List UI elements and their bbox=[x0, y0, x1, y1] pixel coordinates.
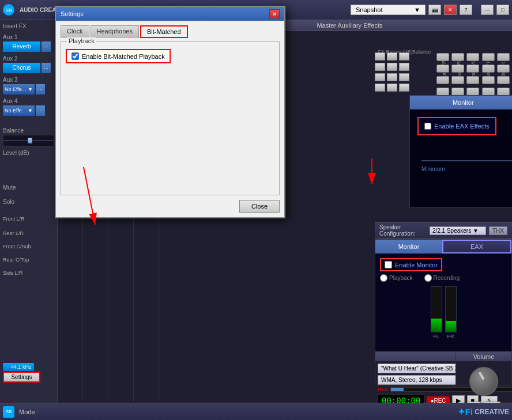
knob-4-5[interactable] bbox=[497, 88, 510, 96]
knob-4-3[interactable] bbox=[466, 88, 479, 96]
playback-group-spacer bbox=[66, 63, 274, 190]
aux1-mute-knob[interactable] bbox=[399, 52, 409, 60]
eax-min-label: Minimum bbox=[421, 166, 445, 172]
dialog-title: Settings bbox=[61, 10, 84, 17]
aux4-dots-btn[interactable]: ··· bbox=[36, 105, 45, 116]
aux3-balance-knob[interactable] bbox=[387, 73, 397, 81]
enable-bit-matched-checkbox[interactable] bbox=[71, 52, 79, 60]
knob-1-2[interactable] bbox=[451, 53, 464, 61]
creative-label: CREATIVE bbox=[475, 408, 509, 416]
thx-button[interactable]: THX bbox=[489, 226, 507, 235]
fr-label: FR bbox=[447, 334, 454, 339]
monitor-lower-eax-tab[interactable]: EAX bbox=[442, 240, 511, 253]
monitor-lower: Monitor EAX Enable Monitor Playback bbox=[375, 239, 512, 351]
eax-upper-monitor-tab[interactable]: Monitor bbox=[410, 96, 512, 109]
fx-knob-grid bbox=[435, 52, 512, 99]
dialog-titlebar: Settings ✕ bbox=[56, 7, 284, 21]
playback-radio[interactable] bbox=[380, 274, 387, 282]
aux2-effect-btn[interactable]: Chorus bbox=[3, 63, 40, 73]
creative-logo-area: ✦Fi CREATIVE bbox=[458, 407, 509, 417]
aux1-effect-btn[interactable]: Reverb bbox=[3, 41, 40, 52]
knob-2-1[interactable] bbox=[436, 65, 449, 73]
aux1-dots-btn[interactable]: ··· bbox=[42, 41, 51, 52]
volume-section: Volume − 🔇 bbox=[455, 351, 512, 385]
monitor-radio-group: Playback Recording bbox=[380, 274, 507, 282]
speaker-config-dropdown[interactable]: 2/2.1 Speakers ▼ bbox=[430, 226, 486, 235]
speaker-config-value: 2/2.1 Speakers bbox=[432, 228, 471, 234]
knob-4-1[interactable] bbox=[436, 88, 449, 96]
aux3-dots-btn[interactable]: ··· bbox=[36, 84, 45, 94]
aux3-section: Aux 3 No Effe... ▼ ··· bbox=[0, 75, 57, 96]
knob-3-1[interactable] bbox=[436, 76, 449, 84]
aux3-mute-knob[interactable] bbox=[399, 73, 409, 81]
xfi-icon: ✦Fi bbox=[458, 407, 473, 417]
aux4-balance-knob[interactable] bbox=[387, 84, 397, 92]
dialog-tab-headphones[interactable]: Headphones bbox=[91, 25, 139, 38]
enable-monitor-checkbox[interactable] bbox=[385, 261, 392, 268]
knob-3-4[interactable] bbox=[482, 76, 495, 84]
aux2-balance-knob[interactable] bbox=[387, 63, 397, 71]
maximize-btn[interactable]: □ bbox=[496, 5, 509, 15]
snapshot-label: Snapshot bbox=[356, 6, 382, 13]
volume-header: Volume bbox=[456, 352, 511, 361]
recording-radio[interactable] bbox=[424, 274, 432, 282]
aux3-fx-return-knob[interactable] bbox=[375, 73, 385, 81]
dialog-tab-clock[interactable]: Clock bbox=[61, 25, 89, 38]
aux3-dropdown[interactable]: No Effe... ▼ bbox=[3, 84, 35, 94]
front-lr-label: Front L/R bbox=[3, 216, 25, 222]
aux3-dropdown-label: No Effe... bbox=[5, 86, 26, 92]
rear-lr-label: Rear L/R bbox=[3, 230, 24, 236]
knob-2-5[interactable] bbox=[497, 65, 510, 73]
dialog-close-btn[interactable]: ✕ bbox=[269, 9, 280, 18]
aux1-section: Aux 1 Reverb··· bbox=[0, 32, 57, 54]
speaker-config-label: Speaker Configuration: bbox=[379, 224, 427, 237]
minimize-btn[interactable]: — bbox=[481, 5, 494, 15]
insert-fx-label: Insert FX bbox=[0, 20, 57, 32]
knob-3-2[interactable] bbox=[451, 76, 464, 84]
aux4-mute-knob[interactable] bbox=[399, 84, 409, 92]
knob-1-3[interactable] bbox=[466, 53, 479, 61]
snapshot-dropdown[interactable]: Snapshot ▼ bbox=[351, 5, 426, 15]
settings-button[interactable]: Settings bbox=[3, 372, 40, 383]
side-lr-label: Side L/R bbox=[3, 270, 23, 276]
eax-enable-checkbox[interactable] bbox=[424, 123, 431, 130]
monitor-lower-monitor-tab[interactable]: Monitor bbox=[375, 240, 442, 253]
aux2-fx-return-knob[interactable] bbox=[375, 63, 385, 71]
aux2-dots-btn[interactable]: ··· bbox=[42, 63, 51, 73]
aux4-dropdown[interactable]: No Effe... ▼ bbox=[3, 105, 35, 116]
help-btn[interactable]: ? bbox=[460, 5, 472, 15]
playback-group-title: Playback bbox=[67, 37, 96, 44]
knob-4-4[interactable] bbox=[482, 88, 495, 96]
knob-1-4[interactable] bbox=[482, 53, 495, 61]
dialog-close-button[interactable]: Close bbox=[239, 200, 280, 213]
knob-1-5[interactable] bbox=[497, 53, 510, 61]
knob-2-3[interactable] bbox=[466, 65, 479, 73]
frequency-value: 44.1 kHz bbox=[11, 364, 32, 370]
volume-knob[interactable] bbox=[469, 367, 498, 396]
dialog-tab-bit-matched[interactable]: Bit-Matched bbox=[140, 25, 188, 38]
aux4-fx-return-knob[interactable] bbox=[375, 84, 385, 92]
aux4-label: Aux 4 bbox=[3, 98, 54, 104]
playback-group-box: Playback Enable Bit-Matched Playback bbox=[61, 41, 280, 195]
knob-4-2[interactable] bbox=[451, 88, 464, 96]
app-container: SB AUDIO CREATION MODE Snapshot ▼ 📷 ✕ ? … bbox=[0, 0, 512, 420]
recording-radio-row: Recording bbox=[424, 274, 460, 282]
knob-2-4[interactable] bbox=[482, 65, 495, 73]
fx-row-aux2 bbox=[375, 62, 435, 71]
knob-2-2[interactable] bbox=[451, 65, 464, 73]
mode-icon: SB bbox=[3, 406, 14, 418]
knob-3-3[interactable] bbox=[466, 76, 479, 84]
rec-indicator-label: REC bbox=[378, 387, 389, 392]
speaker-config-chevron-icon: ▼ bbox=[473, 228, 479, 234]
aux1-fx-return-knob[interactable] bbox=[375, 52, 385, 60]
fx-row-aux1 bbox=[375, 52, 435, 61]
snapshot-camera-btn[interactable]: 📷 bbox=[428, 5, 441, 15]
aux1-balance-knob[interactable] bbox=[387, 52, 397, 60]
aux2-mute-knob[interactable] bbox=[399, 63, 409, 71]
knob-1-1[interactable] bbox=[436, 53, 449, 61]
dialog-content: Clock Headphones Bit-Matched Playback En… bbox=[56, 21, 284, 217]
eax-enable-row: Enable EAX Effects bbox=[417, 117, 496, 135]
snapshot-close-btn[interactable]: ✕ bbox=[444, 5, 457, 15]
knob-3-5[interactable] bbox=[497, 76, 510, 84]
fl-meter: FL bbox=[431, 286, 442, 339]
